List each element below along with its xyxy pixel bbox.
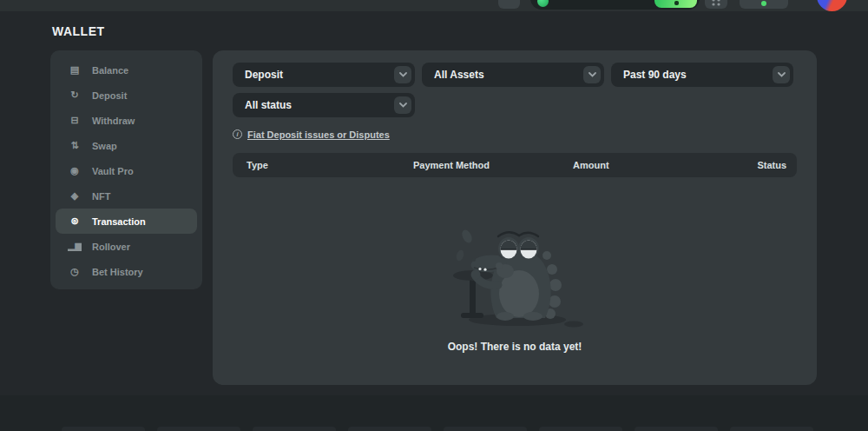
swap-icon: ⇅ [68, 141, 82, 150]
user-avatar[interactable] [817, 0, 847, 11]
grid-icon [711, 0, 721, 6]
footer-tile [62, 427, 145, 431]
page-title: WALLET [52, 24, 105, 38]
bet-history-icon: ◷ [68, 267, 82, 276]
transaction-icon: ⊚ [68, 216, 82, 226]
asset-value: All Assets [434, 69, 484, 81]
footer-tile [539, 427, 622, 431]
footer-tile [444, 427, 527, 431]
sidebar-item-label: Rollover [92, 242, 130, 252]
sidebar-item-bet-history[interactable]: ◷ Bet History [56, 259, 197, 284]
sleepy-crocodile-illustration [441, 210, 589, 332]
sidebar-item-label: Swap [92, 141, 117, 151]
sidebar-item-balance[interactable]: ▤ Balance [56, 57, 197, 83]
chevron-down-icon [583, 66, 601, 83]
footer-tiles [62, 427, 813, 431]
deposit-button[interactable] [654, 0, 697, 8]
wallet-balance-pill[interactable] [530, 0, 700, 10]
apps-grid-button[interactable] [705, 0, 727, 9]
wallet-sidebar: ▤ Balance ↻ Deposit ⊟ Withdraw ⇅ Swap ◉ … [50, 50, 202, 289]
sidebar-item-swap[interactable]: ⇅ Swap [56, 133, 197, 158]
chevron-down-icon [394, 66, 411, 83]
withdraw-icon: ⊟ [68, 116, 82, 125]
period-select[interactable]: Past 90 days [611, 63, 793, 87]
sidebar-item-label: Bet History [92, 267, 143, 277]
sidebar-item-withdraw[interactable]: ⊟ Withdraw [56, 108, 197, 133]
vault-icon: ◉ [68, 166, 82, 176]
nft-icon: ◈ [68, 191, 82, 201]
status-value: All status [245, 99, 292, 111]
transaction-panel: Deposit All Assets Past 90 days All stat… [213, 50, 817, 385]
sidebar-item-label: Deposit [92, 90, 127, 101]
deposit-icon: ↻ [68, 90, 82, 100]
column-header: Amount [573, 160, 757, 170]
sidebar-item-label: Withdraw [92, 116, 135, 126]
empty-state: Oops! There is no data yet! [233, 210, 797, 353]
asset-select[interactable]: All Assets [422, 63, 604, 87]
topbar-icon-button[interactable] [498, 0, 520, 9]
sidebar-item-rollover[interactable]: ▂▆ Rollover [56, 234, 197, 259]
rollover-icon: ▂▆ [68, 242, 82, 251]
coin-icon [537, 0, 549, 7]
empty-state-message: Oops! There is no data yet! [233, 341, 797, 353]
footer-tile [730, 427, 813, 431]
promo-button[interactable] [740, 0, 788, 9]
chevron-down-icon [394, 96, 411, 114]
transaction-type-select[interactable]: Deposit [233, 63, 415, 87]
table-header: TypePayment MethodAmountStatus [233, 153, 797, 177]
sidebar-item-label: Balance [92, 65, 128, 76]
topbar [0, 0, 868, 11]
period-value: Past 90 days [623, 69, 687, 81]
status-select[interactable]: All status [233, 93, 415, 117]
sidebar-item-nft[interactable]: ◈ NFT [56, 183, 197, 209]
column-header: Payment Method [413, 160, 573, 170]
footer-tile [348, 427, 431, 431]
chevron-down-icon [773, 66, 790, 83]
sidebar-item-deposit[interactable]: ↻ Deposit [56, 83, 197, 108]
sidebar-item-label: Transaction [92, 216, 146, 227]
sidebar-item-label: Vault Pro [92, 166, 134, 176]
sidebar-item-transaction[interactable]: ⊚ Transaction [56, 209, 197, 234]
fiat-dispute-link[interactable]: Fiat Deposit issues or Disputes [247, 129, 390, 140]
sidebar-item-vault-pro[interactable]: ◉ Vault Pro [56, 158, 197, 183]
sidebar-item-label: NFT [92, 191, 110, 202]
transaction-type-value: Deposit [245, 69, 283, 81]
column-header: Type [247, 160, 413, 170]
wallet-icon: ▤ [68, 65, 82, 75]
column-header: Status [757, 160, 786, 170]
info-icon: i [233, 129, 242, 139]
footer-tile [157, 427, 240, 431]
footer-tile [635, 427, 718, 431]
footer [0, 395, 868, 431]
footer-tile [253, 427, 336, 431]
